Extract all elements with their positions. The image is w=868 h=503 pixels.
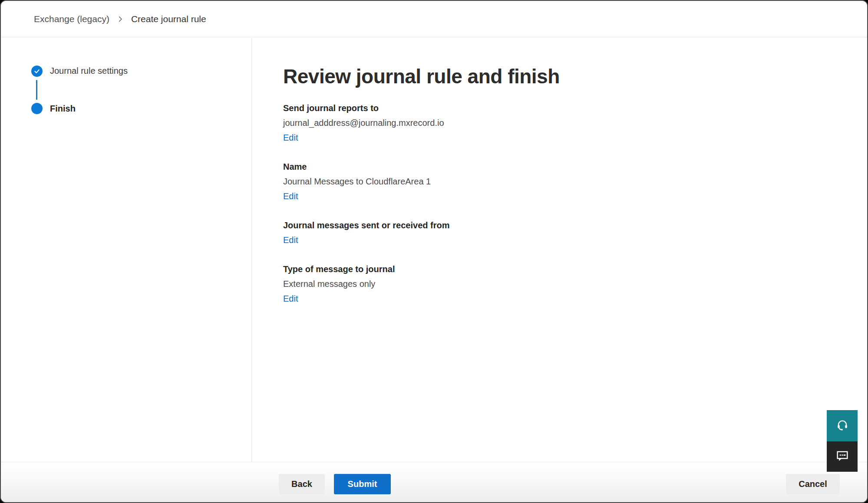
message-type-value: External messages only [283, 276, 674, 291]
step-connector-line [36, 80, 37, 100]
section-label: Name [283, 159, 674, 174]
edit-message-type-link[interactable]: Edit [283, 291, 298, 306]
section-label: Send journal reports to [283, 101, 674, 115]
journal-report-address-value: journal_adddress@journaling.mxrecord.io [283, 115, 674, 130]
help-support-button[interactable] [827, 410, 858, 441]
screen: Exchange (legacy) Create journal rule Jo… [0, 0, 868, 503]
step-completed-icon [31, 66, 43, 77]
wizard-step-finish[interactable]: Finish [50, 104, 76, 114]
wizard-steps-panel: Journal rule settings Finish [1, 38, 252, 462]
section-message-type: Type of message to journal External mess… [283, 262, 674, 306]
breadcrumb: Exchange (legacy) Create journal rule [1, 1, 867, 37]
review-sections: Send journal reports to journal_adddress… [283, 101, 674, 320]
edit-name-link[interactable]: Edit [283, 189, 298, 204]
breadcrumb-current-page: Create journal rule [131, 14, 206, 24]
app-window: Exchange (legacy) Create journal rule Jo… [0, 0, 868, 503]
cancel-button[interactable]: Cancel [786, 474, 840, 494]
chevron-right-icon [116, 15, 124, 23]
section-label: Journal messages sent or received from [283, 218, 674, 233]
back-button[interactable]: Back [279, 474, 325, 494]
rule-name-value: Journal Messages to CloudflareArea 1 [283, 174, 674, 189]
section-send-journal-reports-to: Send journal reports to journal_adddress… [283, 101, 674, 145]
edit-scope-link[interactable]: Edit [283, 233, 298, 247]
wizard-step-journal-rule-settings[interactable]: Journal rule settings [50, 66, 128, 76]
submit-button[interactable]: Submit [334, 474, 391, 494]
page-title: Review journal rule and finish [283, 65, 560, 88]
step-current-icon [31, 103, 43, 114]
headset-icon [835, 418, 849, 434]
section-name: Name Journal Messages to CloudflareArea … [283, 159, 674, 204]
action-bar: Back Submit Cancel [1, 462, 867, 502]
chat-icon [835, 448, 850, 465]
feedback-button[interactable] [827, 441, 858, 472]
section-label: Type of message to journal [283, 262, 674, 276]
breadcrumb-exchange-legacy[interactable]: Exchange (legacy) [34, 14, 109, 24]
edit-send-reports-link[interactable]: Edit [283, 130, 298, 145]
section-journal-messages-scope: Journal messages sent or received from E… [283, 218, 674, 247]
